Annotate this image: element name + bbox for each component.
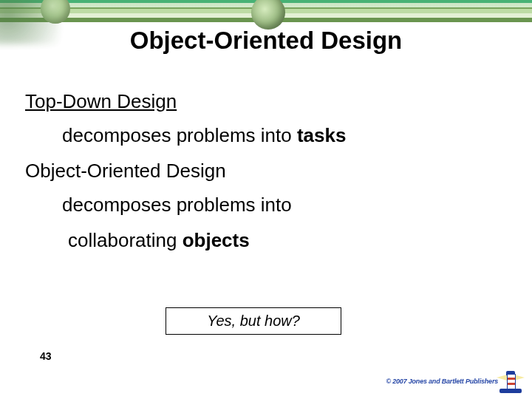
callout-box: Yes, but how? [166,307,341,335]
topdown-strong: tasks [297,124,347,146]
subheading-ood: Object-Oriented Design [25,160,507,183]
ood-line1: decomposes problems into [62,193,507,217]
copyright-block: © 2007 Jones and Bartlett Publishers [386,365,528,398]
copyright-text: © 2007 Jones and Bartlett Publishers [386,378,499,385]
lighthouse-icon [495,365,528,398]
decorative-banner [0,0,532,22]
topdown-line: decomposes problems into tasks [62,123,507,148]
slide-title: Object-Oriented Design [0,27,532,55]
slide: Object-Oriented Design Top-Down Design d… [0,0,532,399]
subheading-topdown: Top-Down Design [25,90,507,113]
ood-line2-strong: objects [183,229,250,251]
copyright-inner: © 2007 Jones and Bartlett Publishers [386,365,528,398]
topdown-text: decomposes problems into [62,124,297,146]
ood-line2-pre: collaborating [68,229,183,251]
ood-line2: collaborating objects [68,228,507,253]
page-number: 43 [40,350,52,362]
slide-body: Top-Down Design decomposes problems into… [25,87,507,265]
